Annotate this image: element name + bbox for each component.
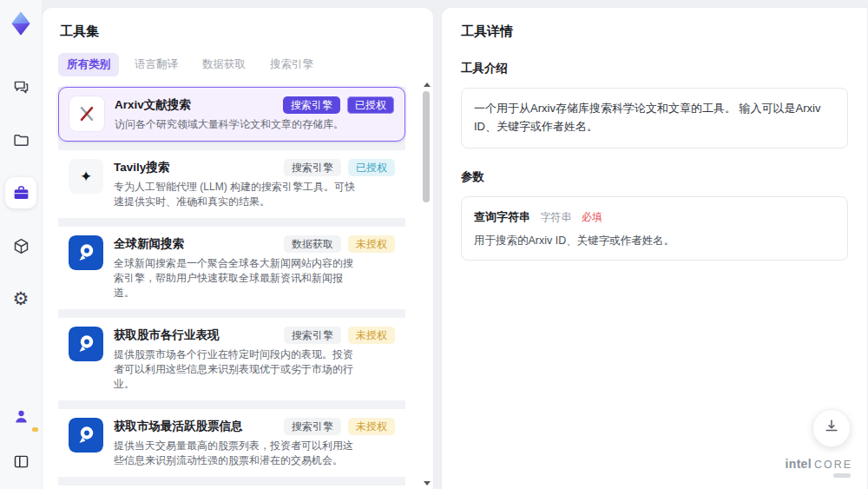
gear-icon: ⚙	[13, 290, 30, 308]
scrollbar-down-arrow[interactable]	[424, 481, 431, 486]
cube-icon	[12, 237, 30, 255]
tool-desc: 提供当天交易量最高的股票列表，投资者可以利用这些信息来识别流动性强的股票和潜在的…	[114, 439, 360, 468]
tab-2[interactable]: 数据获取	[194, 53, 254, 76]
download-icon	[823, 418, 840, 439]
tool-title: 获取股市各行业表现	[114, 327, 220, 342]
tool-card-5[interactable]: 万维地区新闻查询搜索引擎未授权查询具体行政区划内的新闻，快速了解各地新闻动	[58, 486, 405, 489]
tool-badges: 搜索引擎未授权	[284, 327, 395, 344]
sidebar-item-collapse[interactable]	[5, 446, 36, 477]
tool-card-1[interactable]: ✦Tavily搜索搜索引擎已授权专为人工智能代理 (LLM) 构建的搜索引擎工具…	[58, 150, 405, 218]
sparkle-icon: ✦	[69, 159, 103, 194]
toolset-panel: 工具集 所有类别语言翻译数据获取搜索引擎 Arxiv文献搜索搜索引擎已授权访问各…	[42, 7, 434, 489]
tab-1[interactable]: 语言翻译	[126, 53, 187, 76]
tool-main: 全球新闻搜索数据获取未授权全球新闻搜索是一个聚合全球各大新闻网站内容的搜索引擎，…	[114, 235, 395, 301]
category-badge: 搜索引擎	[284, 159, 341, 176]
tool-list: Arxiv文献搜索搜索引擎已授权访问各个研究领域大量科学论文和文章的存储库。✦T…	[58, 87, 405, 489]
tab-0[interactable]: 所有类别	[58, 53, 119, 76]
panel-toggle-icon	[12, 453, 30, 471]
tool-card-3[interactable]: 获取股市各行业表现搜索引擎未授权提供股票市场各个行业在特定时间段内的表现。投资者…	[58, 318, 405, 400]
folder-icon	[12, 131, 30, 149]
intro-box: 一个用于从Arxiv存储库搜索科学论文和文章的工具。 输入可以是Arxiv ID…	[461, 88, 848, 149]
sidebar-item-toolset[interactable]	[5, 177, 36, 208]
core-brand-text: core	[814, 459, 852, 471]
sidebar-item-account[interactable]	[5, 400, 36, 432]
sidebar-item-plugins[interactable]	[5, 230, 36, 261]
arxiv-logo-icon	[69, 96, 104, 131]
param-name: 查询字符串	[474, 210, 530, 223]
tool-badges: 数据获取未授权	[284, 235, 395, 253]
tool-badges: 搜索引擎已授权	[283, 96, 394, 114]
tool-badges: 搜索引擎未授权	[284, 418, 395, 435]
blue-search-icon	[69, 235, 103, 270]
list-scrollbar[interactable]	[422, 83, 431, 486]
sidebar-item-files[interactable]	[5, 124, 36, 155]
tool-desc: 全球新闻搜索是一个聚合全球各大新闻网站内容的搜索引擎，帮助用户快速获取全球最新资…	[114, 256, 360, 301]
toolset-title: 工具集	[60, 23, 418, 40]
param-required-badge: 必填	[582, 211, 602, 223]
params-heading: 参数	[461, 169, 848, 185]
authorized-badge[interactable]: 已授权	[347, 96, 394, 114]
category-tabs: 所有类别语言翻译数据获取搜索引擎	[58, 53, 418, 76]
sidebar-nav: ⚙	[5, 71, 36, 314]
tool-main: 获取股市各行业表现搜索引擎未授权提供股票市场各个行业在特定时间段内的表现。投资者…	[114, 327, 395, 392]
tool-main: 获取市场最活跃股票信息搜索引擎未授权提供当天交易量最高的股票列表，投资者可以利用…	[114, 418, 395, 468]
intro-heading: 工具介绍	[461, 61, 848, 76]
tool-card-0[interactable]: Arxiv文献搜索搜索引擎已授权访问各个研究领域大量科学论文和文章的存储库。	[58, 87, 405, 142]
user-status-dot	[32, 427, 38, 432]
tool-desc: 专为人工智能代理 (LLM) 构建的搜索引擎工具。可快速提供实时、准确和真实的结…	[114, 180, 360, 209]
briefcase-icon	[12, 184, 30, 202]
blue-search-icon	[69, 418, 103, 453]
sidebar-item-chat[interactable]	[5, 71, 36, 102]
app-window: ⚙	[0, 0, 868, 489]
unauthorized-badge[interactable]: 未授权	[348, 327, 395, 344]
tool-desc: 访问各个研究领域大量科学论文和文章的存储库。	[115, 117, 361, 132]
user-icon	[12, 407, 30, 426]
intro-text: 一个用于从Arxiv存储库搜索科学论文和文章的工具。 输入可以是Arxiv ID…	[474, 102, 820, 133]
unauthorized-badge[interactable]: 未授权	[348, 235, 395, 253]
tool-title: 获取市场最活跃股票信息	[114, 418, 243, 433]
tool-badges: 搜索引擎已授权	[284, 159, 395, 176]
tab-3[interactable]: 搜索引擎	[261, 53, 322, 76]
scrollbar-up-arrow[interactable]	[424, 83, 431, 87]
intel-core-logo: intelcore	[786, 457, 852, 478]
category-badge: 数据获取	[284, 235, 341, 253]
app-logo-gem-icon[interactable]	[8, 10, 34, 36]
tool-card-2[interactable]: 全球新闻搜索数据获取未授权全球新闻搜索是一个聚合全球各大新闻网站内容的搜索引擎，…	[58, 227, 405, 309]
detail-title: 工具详情	[461, 23, 848, 40]
category-badge: 搜索引擎	[284, 418, 341, 435]
sidebar-bottom	[5, 400, 36, 477]
unauthorized-badge[interactable]: 未授权	[348, 418, 395, 435]
category-badge: 搜索引擎	[283, 96, 340, 114]
tool-card-4[interactable]: 获取市场最活跃股票信息搜索引擎未授权提供当天交易量最高的股票列表，投资者可以利用…	[58, 409, 405, 477]
scrollbar-thumb[interactable]	[423, 91, 430, 202]
tool-title: Arxiv文献搜索	[115, 96, 191, 112]
param-desc: 用于搜索的Arxiv ID、关键字或作者姓名。	[474, 234, 835, 248]
tool-title: 全球新闻搜索	[114, 235, 184, 251]
intel-core-badge	[833, 473, 851, 478]
sidebar-item-settings[interactable]: ⚙	[5, 283, 36, 314]
param-header: 查询字符串 字符串 必填	[474, 208, 835, 225]
tool-detail-panel: 工具详情 工具介绍 一个用于从Arxiv存储库搜索科学论文和文章的工具。 输入可…	[441, 7, 868, 489]
param-box: 查询字符串 字符串 必填 用于搜索的Arxiv ID、关键字或作者姓名。	[461, 196, 848, 261]
intel-brand-text: intel	[786, 457, 812, 471]
download-button[interactable]	[812, 409, 851, 447]
tool-main: Tavily搜索搜索引擎已授权专为人工智能代理 (LLM) 构建的搜索引擎工具。…	[114, 159, 395, 209]
tool-title: Tavily搜索	[114, 159, 169, 175]
param-type: 字符串	[540, 211, 571, 223]
blue-search-icon	[69, 327, 103, 361]
category-badge: 搜索引擎	[284, 327, 341, 344]
tool-main: Arxiv文献搜索搜索引擎已授权访问各个研究领域大量科学论文和文章的存储库。	[115, 96, 394, 132]
tool-desc: 提供股票市场各个行业在特定时间段内的表现。投资者可以利用这些信息来识别表现优于或…	[114, 347, 360, 392]
chat-icon	[12, 78, 30, 96]
icon-sidebar: ⚙	[0, 0, 42, 489]
authorized-badge[interactable]: 已授权	[348, 159, 395, 176]
